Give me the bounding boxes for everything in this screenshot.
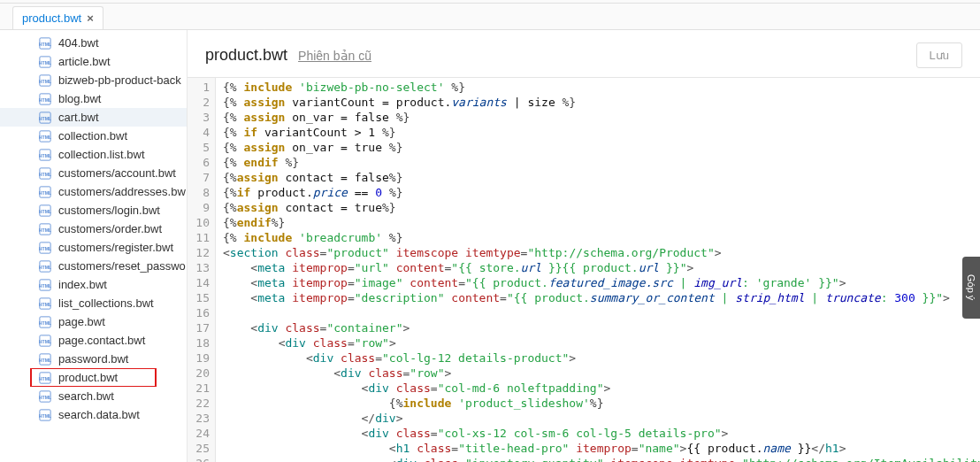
- file-name: customers/reset_passwo: [58, 259, 186, 273]
- file-name: bizweb-pb-product-back: [58, 73, 181, 87]
- svg-text:HTML: HTML: [39, 208, 51, 213]
- code-content[interactable]: {% include 'bizweb-pb-no-select' %}{% as…: [216, 78, 980, 462]
- file-item-index-bwt[interactable]: HTMLindex.bwt: [0, 275, 187, 294]
- line-number: 7: [188, 170, 210, 185]
- code-line[interactable]: <meta itemprop="image" content="{{ produ…: [223, 275, 980, 290]
- file-item-article-bwt[interactable]: HTMLarticle.bwt: [0, 52, 187, 71]
- html-file-icon: HTML: [39, 93, 51, 105]
- code-line[interactable]: {%include 'product_slideshow'%}: [223, 396, 980, 411]
- html-file-icon: HTML: [39, 390, 51, 403]
- svg-text:HTML: HTML: [39, 189, 51, 195]
- file-item-blog-bwt[interactable]: HTMLblog.bwt: [0, 89, 187, 108]
- line-number: 8: [188, 185, 210, 200]
- code-line[interactable]: {% assign on_var = true %}: [223, 140, 980, 155]
- line-number: 11: [188, 230, 210, 245]
- svg-text:HTML: HTML: [39, 375, 51, 381]
- code-line[interactable]: {% assign variantCount = product.variant…: [223, 95, 980, 110]
- code-line[interactable]: <div class="container">: [223, 320, 980, 335]
- code-line[interactable]: {% include 'breadcrumb' %}: [223, 230, 980, 245]
- line-number: 4: [188, 125, 210, 140]
- code-line[interactable]: {% if variantCount > 1 %}: [223, 125, 980, 140]
- code-line[interactable]: [223, 305, 980, 320]
- file-item-customers-register-bwt[interactable]: HTMLcustomers/register.bwt: [0, 238, 187, 257]
- html-file-icon: HTML: [39, 74, 51, 87]
- file-item-collection-bwt[interactable]: HTMLcollection.bwt: [0, 127, 187, 145]
- file-item-bizweb-pb-product-back[interactable]: HTMLbizweb-pb-product-back: [0, 71, 187, 89]
- svg-text:HTML: HTML: [39, 264, 51, 269]
- code-line[interactable]: <div class="inventory_quantity" itemscop…: [223, 456, 980, 462]
- line-number: 12: [188, 245, 210, 260]
- code-line[interactable]: {% endif %}: [223, 155, 980, 170]
- code-line[interactable]: <meta itemprop="url" content="{{ store.u…: [223, 260, 980, 275]
- svg-text:HTML: HTML: [39, 134, 51, 139]
- file-item-customers-login-bwt[interactable]: HTMLcustomers/login.bwt: [0, 201, 187, 219]
- svg-text:HTML: HTML: [39, 282, 51, 288]
- svg-text:HTML: HTML: [39, 96, 51, 102]
- code-line[interactable]: {%if product.price == 0 %}: [223, 185, 980, 200]
- file-item-search-bwt[interactable]: HTMLsearch.bwt: [0, 387, 187, 405]
- file-item-page-contact-bwt[interactable]: HTMLpage.contact.bwt: [0, 331, 187, 350]
- svg-text:HTML: HTML: [39, 357, 51, 362]
- code-line[interactable]: <div class="row">: [223, 335, 980, 350]
- file-item-customers-addresses-bw[interactable]: HTMLcustomers/addresses.bw: [0, 182, 187, 201]
- code-line[interactable]: {%assign contact = true%}: [223, 200, 980, 215]
- svg-text:HTML: HTML: [39, 320, 51, 325]
- file-item-customers-order-bwt[interactable]: HTMLcustomers/order.bwt: [0, 219, 187, 238]
- file-name: collection.bwt: [58, 129, 127, 142]
- svg-text:HTML: HTML: [39, 227, 51, 232]
- file-item-cart-bwt[interactable]: HTMLcart.bwt: [0, 108, 187, 127]
- close-icon[interactable]: ×: [87, 12, 94, 25]
- code-line[interactable]: <div class="col-md-6 noleftpadding">: [223, 381, 980, 396]
- file-name: list_collections.bwt: [58, 296, 154, 310]
- html-file-icon: HTML: [39, 316, 51, 328]
- line-number: 17: [188, 320, 210, 335]
- file-item-product-bwt[interactable]: HTMLproduct.bwt: [0, 368, 187, 387]
- html-file-icon: HTML: [39, 335, 51, 347]
- code-line[interactable]: {%assign contact = false%}: [223, 170, 980, 185]
- feedback-tab[interactable]: Góp ý: [962, 257, 980, 319]
- file-item-password-bwt[interactable]: HTMLpassword.bwt: [0, 350, 187, 368]
- line-number: 26: [188, 456, 210, 462]
- code-line[interactable]: {%endif%}: [223, 215, 980, 230]
- line-number: 2: [188, 95, 210, 110]
- line-number: 5: [188, 140, 210, 155]
- file-item-collection-list-bwt[interactable]: HTMLcollection.list.bwt: [0, 145, 187, 164]
- code-line[interactable]: {% assign on_var = false %}: [223, 110, 980, 125]
- code-line[interactable]: <div class="row">: [223, 366, 980, 381]
- code-line[interactable]: <h1 class="title-head-pro" itemprop="nam…: [223, 441, 980, 456]
- file-item-list-collections-bwt[interactable]: HTMLlist_collections.bwt: [0, 294, 187, 312]
- line-number: 9: [188, 200, 210, 215]
- tab-product-bwt[interactable]: product.bwt ×: [12, 6, 103, 29]
- line-number: 25: [188, 441, 210, 456]
- code-editor[interactable]: 1234567891011121314151617181920212223242…: [188, 77, 980, 462]
- file-item-404-bwt[interactable]: HTML404.bwt: [0, 34, 187, 52]
- html-file-icon: HTML: [39, 37, 51, 50]
- html-file-icon: HTML: [39, 186, 51, 198]
- code-line[interactable]: <meta itemprop="description" content="{{…: [223, 290, 980, 305]
- code-line[interactable]: <section class="product" itemscope itemt…: [223, 245, 980, 260]
- html-file-icon: HTML: [39, 260, 51, 273]
- file-item-customers-account-bwt[interactable]: HTMLcustomers/account.bwt: [0, 164, 187, 182]
- code-line[interactable]: <div class="col-lg-12 details-product">: [223, 350, 980, 366]
- line-number: 22: [188, 396, 210, 411]
- file-name: customers/login.bwt: [58, 204, 160, 217]
- code-line[interactable]: {% include 'bizweb-pb-no-select' %}: [223, 80, 980, 95]
- svg-text:HTML: HTML: [39, 301, 51, 306]
- file-name: password.bwt: [58, 352, 128, 366]
- file-title: product.bwt: [205, 46, 287, 65]
- file-item-search-data-bwt[interactable]: HTMLsearch.data.bwt: [0, 405, 187, 424]
- tab-bar: product.bwt ×: [0, 4, 980, 30]
- file-name: product.bwt: [58, 371, 118, 384]
- old-version-link[interactable]: Phiên bản cũ: [298, 49, 371, 63]
- line-number: 14: [188, 275, 210, 290]
- file-name: customers/register.bwt: [58, 241, 173, 254]
- html-file-icon: HTML: [39, 297, 51, 310]
- code-line[interactable]: <div class="col-xs-12 col-sm-6 col-lg-5 …: [223, 426, 980, 441]
- line-number: 13: [188, 260, 210, 275]
- file-item-page-bwt[interactable]: HTMLpage.bwt: [0, 312, 187, 331]
- svg-text:HTML: HTML: [39, 115, 51, 120]
- line-number: 19: [188, 350, 210, 366]
- save-button[interactable]: Lưu: [916, 42, 962, 68]
- file-item-customers-reset-passwo[interactable]: HTMLcustomers/reset_passwo: [0, 257, 187, 275]
- code-line[interactable]: </div>: [223, 411, 980, 426]
